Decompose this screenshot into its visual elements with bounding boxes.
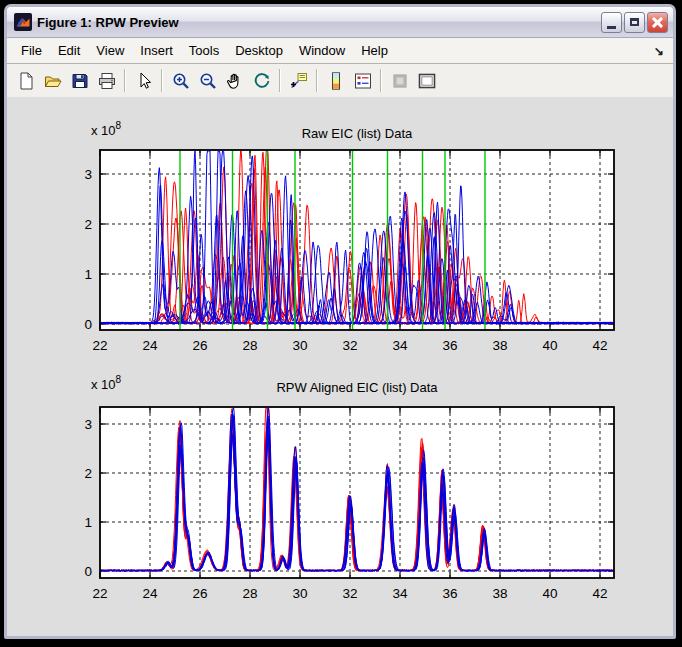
- x-tick-label: 22: [92, 586, 107, 601]
- new-figure-button[interactable]: [12, 67, 39, 94]
- legend-icon: [353, 71, 373, 91]
- y-tick-label: 0: [84, 317, 92, 332]
- y-axis-multiplier: x 108: [91, 374, 122, 392]
- edit-plot-icon: [134, 71, 154, 91]
- y-tick-label: 1: [84, 267, 92, 282]
- close-button[interactable]: [647, 12, 668, 33]
- title-bar[interactable]: Figure 1: RPW Preview: [7, 7, 673, 38]
- toolbar-separator: [380, 69, 382, 92]
- hide-plot-tools-icon: [390, 71, 410, 91]
- maximize-button[interactable]: [624, 12, 645, 33]
- show-plot-tools-button[interactable]: [413, 67, 440, 94]
- save-figure-button[interactable]: [66, 67, 93, 94]
- x-tick-label: 24: [142, 338, 158, 353]
- zoom-out-button[interactable]: [194, 67, 221, 94]
- figure-plots: Raw EIC (list) Datax 1082224262830323436…: [7, 97, 673, 636]
- y-tick-label: 3: [84, 167, 92, 182]
- close-icon: [651, 16, 664, 29]
- zoom-out-icon: [198, 71, 218, 91]
- zoom-in-icon: [171, 71, 191, 91]
- screen: { "window": { "title": "Figure 1: RPW Pr…: [0, 0, 682, 647]
- x-tick-label: 36: [442, 338, 457, 353]
- y-tick-label: 1: [84, 515, 92, 530]
- window-title: Figure 1: RPW Preview: [37, 15, 179, 30]
- x-tick-label: 38: [492, 338, 507, 353]
- new-document-icon: [16, 71, 36, 91]
- menu-item-window[interactable]: Window: [291, 40, 353, 61]
- aligned-chart: RPW Aligned EIC (list) Datax 10822242628…: [84, 374, 614, 601]
- x-tick-label: 30: [292, 586, 307, 601]
- menu-item-insert[interactable]: Insert: [132, 40, 181, 61]
- rotate-3d-icon: [252, 71, 272, 91]
- toolbar-separator: [279, 69, 281, 92]
- y-tick-label: 2: [84, 466, 92, 481]
- y-tick-label: 2: [84, 217, 92, 232]
- chart-title: RPW Aligned EIC (list) Data: [276, 380, 438, 395]
- figure-window: Figure 1: RPW Preview FileEditViewInsert…: [4, 4, 676, 639]
- x-tick-label: 24: [142, 586, 158, 601]
- x-tick-label: 34: [392, 586, 408, 601]
- x-tick-label: 40: [542, 586, 557, 601]
- menu-bar: FileEditViewInsertToolsDesktopWindowHelp…: [7, 38, 673, 64]
- x-tick-label: 30: [292, 338, 307, 353]
- x-tick-label: 42: [592, 586, 607, 601]
- edit-plot-button[interactable]: [130, 67, 157, 94]
- data-cursor-button[interactable]: [285, 67, 312, 94]
- x-tick-label: 32: [342, 586, 357, 601]
- print-icon: [97, 71, 117, 91]
- x-tick-label: 26: [192, 338, 207, 353]
- x-tick-label: 40: [542, 338, 557, 353]
- y-axis-multiplier: x 108: [91, 120, 122, 138]
- open-file-button[interactable]: [39, 67, 66, 94]
- menu-item-tools[interactable]: Tools: [181, 40, 227, 61]
- menu-item-desktop[interactable]: Desktop: [227, 40, 291, 61]
- insert-legend-button[interactable]: [349, 67, 376, 94]
- menu-item-file[interactable]: File: [13, 40, 50, 61]
- hide-plot-tools-button: [386, 67, 413, 94]
- insert-colorbar-button[interactable]: [322, 67, 349, 94]
- open-folder-icon: [43, 71, 63, 91]
- toolbar-separator: [124, 69, 126, 92]
- raw-chart: Raw EIC (list) Datax 1082224262830323436…: [84, 120, 614, 353]
- rotate-3d-button[interactable]: [248, 67, 275, 94]
- x-tick-label: 26: [192, 586, 207, 601]
- toolbar-separator: [316, 69, 318, 92]
- menu-item-edit[interactable]: Edit: [50, 40, 88, 61]
- x-tick-label: 34: [392, 338, 408, 353]
- matlab-logo-icon: [14, 13, 32, 31]
- x-tick-label: 32: [342, 338, 357, 353]
- pan-icon: [225, 71, 245, 91]
- minimize-button[interactable]: [601, 12, 622, 33]
- x-tick-label: 28: [242, 586, 257, 601]
- dock-figure-arrow-icon[interactable]: ↘: [654, 44, 664, 58]
- save-icon: [70, 71, 90, 91]
- x-tick-label: 28: [242, 338, 257, 353]
- minimize-icon: [607, 26, 616, 29]
- figure-toolbar: [7, 64, 673, 98]
- colorbar-icon: [326, 71, 346, 91]
- chart-title: Raw EIC (list) Data: [302, 126, 413, 141]
- window-controls: [601, 12, 668, 33]
- maximize-icon: [630, 18, 639, 26]
- menu-item-view[interactable]: View: [88, 40, 132, 61]
- toolbar-separator: [161, 69, 163, 92]
- zoom-in-button[interactable]: [167, 67, 194, 94]
- x-tick-label: 38: [492, 586, 507, 601]
- x-tick-label: 36: [442, 586, 457, 601]
- menu-item-help[interactable]: Help: [353, 40, 396, 61]
- pan-button[interactable]: [221, 67, 248, 94]
- data-cursor-icon: [289, 71, 309, 91]
- y-tick-label: 3: [84, 417, 92, 432]
- show-plot-tools-icon: [417, 71, 437, 91]
- x-tick-label: 42: [592, 338, 607, 353]
- print-figure-button[interactable]: [93, 67, 120, 94]
- x-tick-label: 22: [92, 338, 107, 353]
- y-tick-label: 0: [84, 564, 92, 579]
- figure-canvas: Raw EIC (list) Datax 1082224262830323436…: [7, 97, 673, 636]
